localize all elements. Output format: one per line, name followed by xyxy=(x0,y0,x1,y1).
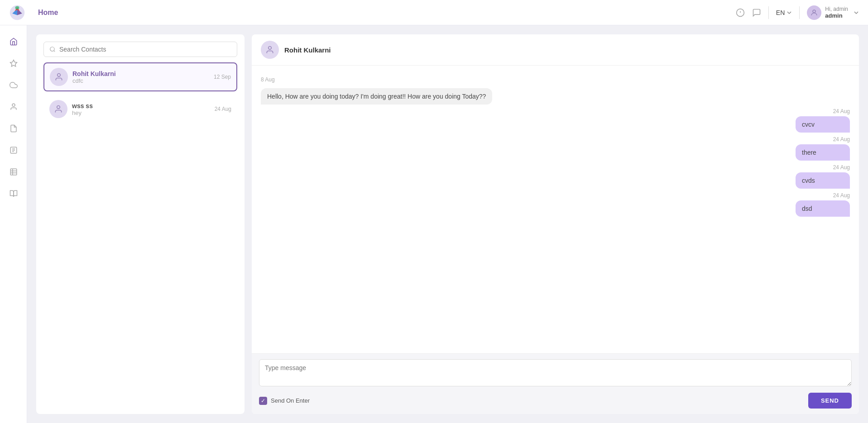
contact-avatar xyxy=(49,100,67,118)
svg-point-4 xyxy=(15,6,19,9)
sidebar-item-home[interactable] xyxy=(5,33,23,51)
contact-item[interactable]: Rohit Kulkarni cdfc 12 Sep xyxy=(43,62,237,91)
language-selector[interactable]: EN xyxy=(776,9,792,16)
contact-info: wss ss hey xyxy=(72,102,210,116)
topnav-right: EN Hi, admin admin xyxy=(736,5,859,20)
svg-point-22 xyxy=(57,106,60,109)
content-area: Rohit Kulkarni cdfc 12 Sep wss ss xyxy=(27,25,868,423)
sidebar-item-table[interactable] xyxy=(5,163,23,181)
lang-label: EN xyxy=(776,9,785,16)
contact-avatar xyxy=(50,68,68,86)
logo xyxy=(9,5,36,21)
message-sent: cvcv xyxy=(796,116,850,133)
contact-name: wss ss xyxy=(72,102,210,109)
sent-message-wrapper: 24 Aug there xyxy=(261,136,850,161)
chat-header-name: Rohit Kulkarni xyxy=(284,46,331,54)
chat-messages[interactable]: 8 Aug Hello, How are you doing today? I'… xyxy=(252,66,859,353)
user-menu[interactable]: Hi, admin admin xyxy=(807,5,859,20)
nav-divider-2 xyxy=(799,6,800,19)
svg-point-10 xyxy=(12,104,15,106)
topnav: Home EN xyxy=(0,0,868,25)
chat-panel: Rohit Kulkarni 8 Aug Hello, How are you … xyxy=(252,34,859,414)
hi-label: Hi, admin xyxy=(825,6,848,12)
send-on-enter-checkbox[interactable]: ✓ xyxy=(259,397,267,405)
sent-message-wrapper: 24 Aug dsd xyxy=(261,192,850,217)
sidebar-item-star[interactable] xyxy=(5,54,23,72)
svg-line-20 xyxy=(54,51,55,52)
contact-preview: cdfc xyxy=(72,77,209,84)
search-icon xyxy=(49,46,56,52)
contact-item[interactable]: wss ss hey 24 Aug xyxy=(43,95,237,123)
msg-sent-time: 24 Aug xyxy=(833,136,850,143)
chat-header: Rohit Kulkarni xyxy=(252,34,859,66)
sidebar-item-cloud[interactable] xyxy=(5,76,23,94)
contact-name: Rohit Kulkarni xyxy=(72,70,209,77)
search-input[interactable] xyxy=(59,46,231,53)
username-label: admin xyxy=(825,12,848,19)
chat-header-avatar xyxy=(261,41,279,59)
chat-icon-btn[interactable] xyxy=(752,8,761,17)
contact-preview: hey xyxy=(72,109,210,116)
sidebar-item-doc2[interactable] xyxy=(5,141,23,159)
msg-sent-time: 24 Aug xyxy=(833,192,850,199)
nav-divider xyxy=(768,6,769,19)
sent-message-wrapper: 24 Aug cvcv xyxy=(261,108,850,133)
svg-point-21 xyxy=(58,74,61,77)
message-input[interactable] xyxy=(259,359,852,386)
contact-info: Rohit Kulkarni cdfc xyxy=(72,70,209,84)
checkmark-icon: ✓ xyxy=(261,398,265,404)
send-on-enter[interactable]: ✓ Send On Enter xyxy=(259,397,310,405)
contact-time: 12 Sep xyxy=(214,74,231,80)
chat-footer: ✓ Send On Enter SEND xyxy=(252,353,859,414)
message-sent: cvds xyxy=(796,172,850,189)
sidebar-item-doc1[interactable] xyxy=(5,119,23,138)
sent-message-wrapper: 24 Aug cvds xyxy=(261,164,850,189)
notification-icon-btn[interactable] xyxy=(736,8,745,17)
user-info: Hi, admin admin xyxy=(825,6,848,19)
chat-footer-bar: ✓ Send On Enter SEND xyxy=(259,393,852,409)
svg-point-8 xyxy=(813,10,815,13)
contacts-panel: Rohit Kulkarni cdfc 12 Sep wss ss xyxy=(36,34,245,414)
sidebar xyxy=(0,25,27,423)
home-nav-label[interactable]: Home xyxy=(38,9,58,17)
svg-rect-15 xyxy=(10,169,17,175)
main-layout: Rohit Kulkarni cdfc 12 Sep wss ss xyxy=(0,25,868,423)
avatar xyxy=(807,5,821,20)
message-received: Hello, How are you doing today? I'm doin… xyxy=(261,88,492,105)
sidebar-item-book[interactable] xyxy=(5,185,23,203)
msg-sent-time: 24 Aug xyxy=(833,108,850,114)
svg-point-19 xyxy=(50,47,54,51)
message-sent: dsd xyxy=(796,200,850,217)
svg-point-23 xyxy=(269,47,272,50)
message-sent: there xyxy=(796,144,850,161)
svg-marker-9 xyxy=(10,60,17,67)
sidebar-item-person[interactable] xyxy=(5,98,23,116)
contact-time: 24 Aug xyxy=(215,106,231,112)
msg-sent-time: 24 Aug xyxy=(833,164,850,171)
send-on-enter-label: Send On Enter xyxy=(271,397,310,404)
contact-list: Rohit Kulkarni cdfc 12 Sep wss ss xyxy=(43,62,237,123)
send-button[interactable]: SEND xyxy=(808,393,852,409)
date-label: 8 Aug xyxy=(261,76,850,83)
search-bar[interactable] xyxy=(43,42,237,57)
